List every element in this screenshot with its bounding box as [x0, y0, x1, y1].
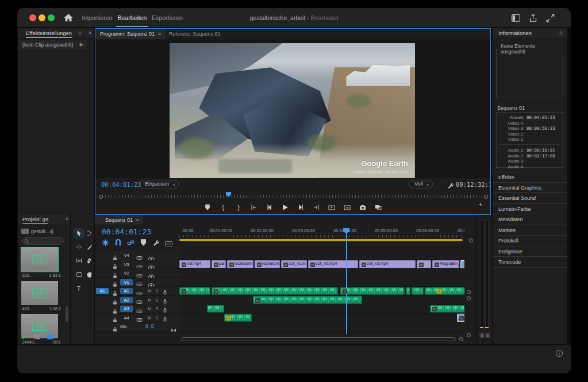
track-name-badge-a3[interactable]: A3: [120, 306, 133, 312]
sync-lock-icon[interactable]: [136, 279, 143, 285]
panel-tab-essential-graphics[interactable]: Essential Graphics: [493, 183, 567, 194]
captions-icon[interactable]: CC: [165, 238, 172, 245]
effect-controls-title[interactable]: Effekteinstellungen: [26, 30, 72, 38]
panel-tab-marken[interactable]: Marken: [493, 225, 567, 236]
track-lock-icon[interactable]: [112, 271, 118, 276]
solo-button[interactable]: S: [154, 297, 160, 303]
program-tab[interactable]: Programm: Sequenz 01≡: [95, 29, 166, 39]
info-icon[interactable]: i: [556, 350, 563, 357]
voiceover-mic-icon[interactable]: [163, 306, 167, 312]
voiceover-mic-icon[interactable]: [163, 315, 167, 321]
track-lock-icon[interactable]: [112, 315, 118, 321]
panel-tab-lumetri-farbe[interactable]: Lumetri-Farbe: [493, 204, 567, 215]
track-lane-v4[interactable]: [179, 251, 464, 260]
solo-button[interactable]: S: [154, 306, 160, 312]
timeline-tab[interactable]: Sequenz 01 ≡: [95, 215, 143, 225]
sync-lock-icon[interactable]: [136, 315, 143, 321]
button-editor-plus[interactable]: +: [476, 200, 485, 209]
go-to-out-button[interactable]: [312, 203, 320, 211]
panel-tab-timecode[interactable]: Timecode: [493, 257, 567, 268]
timeline-timecode[interactable]: 00:04:01:23: [102, 227, 151, 236]
add-marker-button[interactable]: [203, 203, 212, 211]
panel-tab-essential-sound[interactable]: Essential Sound: [493, 193, 567, 204]
razor-tool[interactable]: [84, 242, 94, 252]
track-lock-icon[interactable]: [112, 297, 118, 303]
video-clip[interactable]: fx: [417, 260, 431, 268]
pencil-icon[interactable]: [21, 334, 28, 340]
playhead-line[interactable]: [346, 230, 347, 334]
video-clip-par[interactable]: fxpar: [212, 260, 226, 268]
share-icon[interactable]: [529, 14, 537, 22]
close-window-button[interactable]: [29, 14, 36, 21]
track-name-badge-v3[interactable]: V3: [120, 261, 133, 268]
icon-view-icon[interactable]: [47, 334, 53, 340]
solo-button[interactable]: S: [154, 288, 160, 294]
zoom-window-button[interactable]: [48, 14, 55, 21]
expand-icon[interactable]: [546, 14, 555, 22]
ripple-edit-tool[interactable]: [74, 242, 83, 252]
info-panel-title[interactable]: Informationen: [498, 30, 532, 37]
work-area-bar[interactable]: [179, 239, 463, 241]
step-forward-button[interactable]: [297, 203, 305, 211]
solo-right-button[interactable]: S: [485, 333, 490, 338]
horizontal-zoom-handle[interactable]: [459, 337, 463, 341]
go-to-in-button[interactable]: [250, 203, 258, 211]
panel-tab-ereignisse[interactable]: Ereignisse: [493, 246, 567, 257]
chevron-overflow-icon[interactable]: »: [89, 30, 91, 36]
voiceover-mic-icon[interactable]: [163, 288, 167, 294]
track-lock-icon[interactable]: [112, 261, 118, 267]
toggle-track-output-icon[interactable]: [148, 253, 155, 258]
sync-lock-icon[interactable]: [136, 261, 143, 267]
chevron-overflow-icon[interactable]: »: [66, 216, 68, 222]
audio-clip-a1[interactable]: [412, 287, 424, 295]
video-clip-hof-mp4[interactable]: fxhof.mp4: [179, 260, 210, 268]
panel-tab-metadaten[interactable]: Metadaten: [493, 214, 567, 225]
comparison-view-button[interactable]: [374, 203, 382, 211]
zoom-handle-right[interactable]: [484, 195, 488, 199]
lift-button[interactable]: [328, 203, 336, 211]
video-clip-zoli_v3-mp4[interactable]: fxzoli_v3.mp4: [359, 260, 416, 268]
track-lane-v1[interactable]: [179, 278, 464, 287]
audio-clip-a4[interactable]: fx: [224, 314, 252, 322]
add-marker-icon[interactable]: [140, 238, 147, 245]
track-name-badge-a2[interactable]: A2: [120, 297, 133, 303]
rectangle-tool[interactable]: [74, 270, 83, 279]
panel-tab-protokoll[interactable]: Protokoll: [493, 236, 567, 246]
mute-button[interactable]: M: [147, 306, 152, 312]
sync-lock-icon[interactable]: [136, 271, 143, 276]
track-lock-icon[interactable]: [112, 288, 118, 294]
tab-importieren[interactable]: Importieren: [80, 8, 114, 28]
play-button[interactable]: [281, 203, 289, 211]
no-clip-selected-row[interactable]: (kein Clip ausgewählt)▶: [18, 40, 87, 49]
track-name-badge-v2[interactable]: V2: [120, 270, 133, 276]
vertical-zoom-handle-bottom[interactable]: [467, 333, 471, 337]
zoom-handle-left[interactable]: [99, 195, 103, 199]
project-scrollbar[interactable]: [66, 306, 68, 322]
panel-menu-icon[interactable]: ≡: [158, 31, 161, 37]
tab-bearbeiten[interactable]: Bearbeiten: [116, 8, 148, 28]
audio-clip-a1[interactable]: [406, 287, 410, 295]
audio-clip-a1[interactable]: fx: [340, 287, 405, 295]
slip-tool[interactable]: [74, 256, 83, 265]
selection-tool[interactable]: [74, 229, 83, 238]
nested-sequence-icon[interactable]: [102, 238, 109, 245]
panel-menu-icon[interactable]: ≡: [136, 217, 139, 223]
vertical-scroll-handle-2[interactable]: [467, 296, 471, 300]
voiceover-mic-icon[interactable]: [163, 297, 167, 303]
project-item[interactable]: 463...1:08:2: [21, 281, 62, 313]
sync-lock-icon[interactable]: [136, 306, 143, 312]
vertical-scroll-handle[interactable]: [467, 290, 471, 294]
project-item[interactable]: 202...1:54:1: [21, 248, 62, 280]
track-lock-icon[interactable]: [112, 306, 118, 312]
track-lane-mix[interactable]: [179, 322, 464, 331]
search-input[interactable]: [21, 237, 64, 245]
mark-in-button[interactable]: {: [219, 203, 227, 211]
project-tab[interactable]: Projekt: ge: [22, 216, 48, 224]
reference-tab[interactable]: Referenz: Sequenz 01: [169, 29, 221, 39]
mix-value[interactable]: 0.0: [145, 324, 153, 329]
track-name-badge-v1[interactable]: V1: [120, 279, 133, 285]
panel-menu-icon[interactable]: ≡: [559, 30, 563, 36]
keyframe-bowtie-icon[interactable]: [171, 325, 176, 329]
hand-tool[interactable]: [84, 270, 94, 279]
track-select-forward-tool[interactable]: [84, 229, 94, 238]
